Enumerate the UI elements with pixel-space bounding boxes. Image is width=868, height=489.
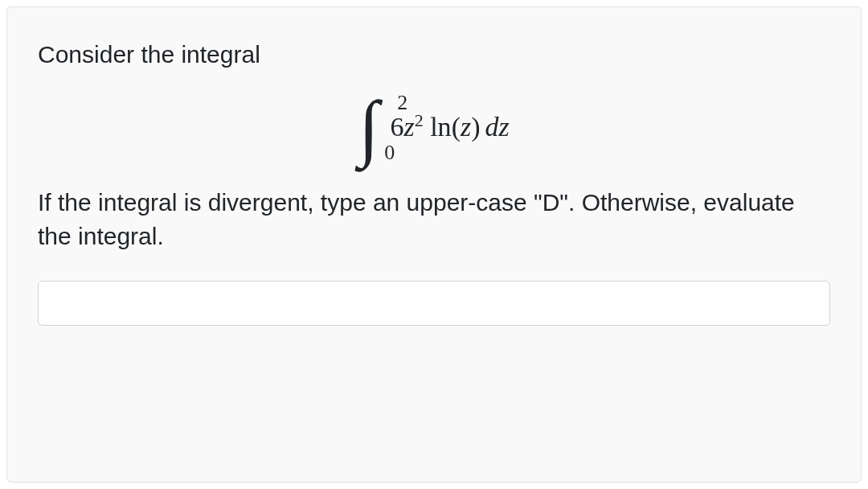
question-card: Consider the integral ∫ 2 0 6z2 ln(z)dz … xyxy=(6,6,862,483)
instruction-text: If the integral is divergent, type an up… xyxy=(38,186,830,253)
answer-input[interactable] xyxy=(38,281,830,326)
integral-sign: ∫ 2 0 xyxy=(358,96,379,158)
function-ln: ln xyxy=(430,112,451,142)
upper-limit: 2 xyxy=(397,91,407,115)
differential: dz xyxy=(485,112,510,142)
exponent: 2 xyxy=(415,110,424,130)
variable-z-arg: z xyxy=(461,112,471,142)
coefficient: 6 xyxy=(390,112,403,142)
integral-wrapper: ∫ 2 0 6z2 ln(z)dz xyxy=(358,96,510,158)
integral-expression: ∫ 2 0 6z2 ln(z)dz xyxy=(38,96,830,158)
variable-z: z xyxy=(403,112,414,142)
integral-symbol: ∫ xyxy=(358,96,379,158)
prompt-text: Consider the integral xyxy=(38,38,830,72)
lower-limit: 0 xyxy=(384,141,395,165)
integrand: 6z2 ln(z)dz xyxy=(390,113,509,141)
